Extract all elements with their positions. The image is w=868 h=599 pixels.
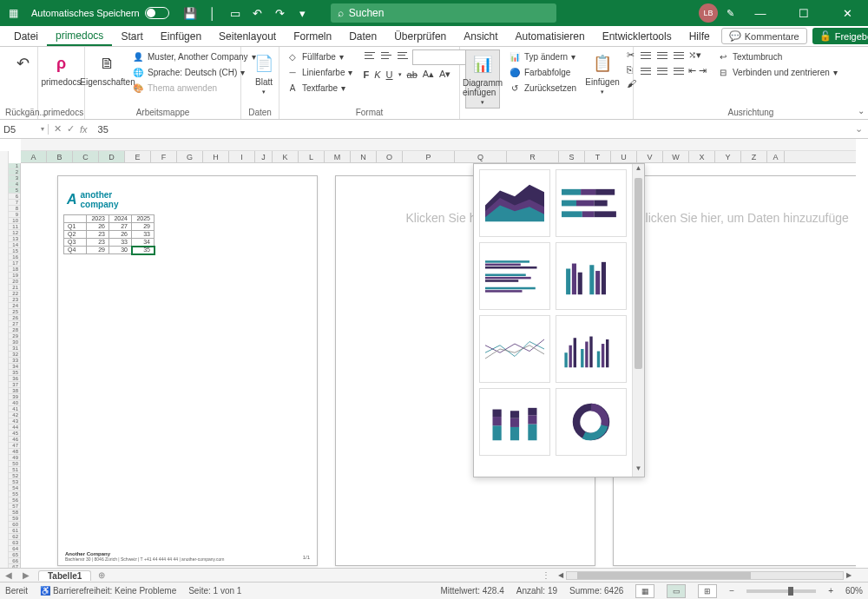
- col-S[interactable]: S: [559, 151, 585, 162]
- row-20[interactable]: 20: [9, 279, 20, 285]
- row-6[interactable]: 6: [9, 194, 20, 200]
- close-button[interactable]: ✕: [830, 0, 865, 26]
- row-58[interactable]: 58: [9, 510, 20, 516]
- tab-start[interactable]: Start: [112, 26, 151, 46]
- chart-option-column[interactable]: [556, 315, 627, 383]
- row-35[interactable]: 35: [9, 370, 20, 376]
- hscroll-thumb[interactable]: [577, 572, 751, 579]
- row-38[interactable]: 38: [9, 388, 20, 394]
- font-grow-button[interactable]: A▴: [423, 69, 434, 80]
- chart-option-stacked-column[interactable]: [479, 388, 550, 456]
- row-10[interactable]: 10: [9, 218, 20, 224]
- th-2023[interactable]: 2023: [87, 215, 109, 223]
- cell[interactable]: 23: [87, 239, 109, 247]
- chart-option-area[interactable]: [479, 169, 550, 237]
- add-sheet-button[interactable]: ⊕: [91, 570, 112, 580]
- row-24[interactable]: 24: [9, 303, 20, 309]
- col-N[interactable]: N: [351, 151, 377, 162]
- row-11[interactable]: 11: [9, 224, 20, 230]
- col-D[interactable]: D: [99, 151, 125, 162]
- chart-type-button[interactable]: 📊Typ ändern ▾: [507, 49, 578, 63]
- col-W[interactable]: W: [663, 151, 689, 162]
- font-shrink-button[interactable]: A▾: [439, 69, 450, 80]
- th-2025[interactable]: 2025: [132, 215, 155, 223]
- undo-icon[interactable]: ↶: [247, 3, 268, 23]
- zoom-level[interactable]: 60%: [845, 586, 863, 596]
- th-blank[interactable]: [64, 215, 87, 223]
- scroll-up-icon[interactable]: ▲: [633, 164, 644, 176]
- align-top-button[interactable]: [363, 49, 377, 62]
- row-50[interactable]: 50: [9, 461, 20, 467]
- align-bottom-button[interactable]: [396, 49, 410, 62]
- chart-colors-button[interactable]: 🔵Farbabfolge: [507, 65, 578, 79]
- strike-button[interactable]: ab: [407, 69, 418, 80]
- col-O[interactable]: O: [377, 151, 403, 162]
- hscroll-left[interactable]: ◀: [556, 571, 566, 579]
- chart-option-hbar-stacked[interactable]: [556, 169, 627, 237]
- share-button[interactable]: 🔓 Freigeben ▾: [812, 28, 868, 44]
- th-2024[interactable]: 2024: [109, 215, 132, 223]
- view-pagebreak-button[interactable]: ⊞: [698, 584, 717, 598]
- cell[interactable]: 30: [109, 247, 132, 254]
- cell[interactable]: Q2: [64, 231, 87, 239]
- col-R[interactable]: R: [507, 151, 559, 162]
- row-41[interactable]: 41: [9, 406, 20, 412]
- row-37[interactable]: 37: [9, 382, 20, 388]
- col-H[interactable]: H: [203, 151, 229, 162]
- row-3[interactable]: 3: [9, 175, 20, 181]
- scroll-down-icon[interactable]: ▼: [633, 464, 644, 477]
- row-31[interactable]: 31: [9, 346, 20, 352]
- col-K[interactable]: K: [273, 151, 299, 162]
- row-28[interactable]: 28: [9, 327, 20, 333]
- row-56[interactable]: 56: [9, 497, 20, 504]
- col-P[interactable]: P: [403, 151, 455, 162]
- cell[interactable]: Q4: [64, 247, 87, 254]
- valign-top[interactable]: [639, 49, 653, 62]
- col-T[interactable]: T: [585, 151, 611, 162]
- row-26[interactable]: 26: [9, 315, 20, 321]
- sheet-nav-next[interactable]: ▶: [17, 570, 35, 580]
- row-39[interactable]: 39: [9, 394, 20, 400]
- row-49[interactable]: 49: [9, 455, 20, 461]
- row-55[interactable]: 55: [9, 491, 20, 497]
- cell[interactable]: Q3: [64, 239, 87, 247]
- hscroll-right[interactable]: ▶: [844, 571, 854, 579]
- italic-button[interactable]: K: [374, 69, 380, 80]
- row-61[interactable]: 61: [9, 528, 20, 534]
- sheet-nav-prev[interactable]: ◀: [0, 570, 17, 580]
- row-33[interactable]: 33: [9, 358, 20, 364]
- chart-option-line[interactable]: [479, 315, 550, 383]
- search-box[interactable]: ⌕ Suchen: [331, 3, 556, 23]
- row-25[interactable]: 25: [9, 309, 20, 315]
- language-dropdown[interactable]: 🌐Sprache: Deutsch (CH) ▾: [130, 65, 258, 79]
- comments-button[interactable]: 💬 Kommentare: [721, 28, 807, 44]
- chart-reset-button[interactable]: ↺Zurücksetzen: [507, 81, 578, 95]
- view-pagelayout-button[interactable]: ▭: [667, 584, 686, 598]
- cell[interactable]: 33: [109, 239, 132, 247]
- cell[interactable]: 33: [132, 231, 155, 239]
- row-7[interactable]: 7: [9, 200, 20, 206]
- tab-datei[interactable]: Datei: [5, 26, 47, 46]
- template-dropdown[interactable]: 👤Muster, Another Company ▾: [130, 49, 258, 63]
- tab-daten[interactable]: Daten: [340, 26, 385, 46]
- sheet-button[interactable]: 📄Blatt▾: [247, 49, 281, 97]
- row-57[interactable]: 57: [9, 504, 20, 510]
- row-12[interactable]: 12: [9, 230, 20, 236]
- row-54[interactable]: 54: [9, 485, 20, 491]
- row-43[interactable]: 43: [9, 418, 20, 425]
- pen-icon[interactable]: ✎: [727, 8, 734, 19]
- zoom-in-button[interactable]: +: [828, 586, 833, 596]
- valign-bot[interactable]: [672, 49, 686, 62]
- fill-color-button[interactable]: ◇Füllfarbe ▾: [285, 49, 354, 63]
- chart-option-donut[interactable]: [556, 388, 627, 456]
- row-18[interactable]: 18: [9, 267, 20, 273]
- add-data-placeholder[interactable]: Klicken Sie hier, um Daten hinzuzufüge: [614, 176, 856, 225]
- row-66[interactable]: 66: [9, 558, 20, 564]
- cell[interactable]: Q1: [64, 223, 87, 231]
- col-C[interactable]: C: [73, 151, 99, 162]
- row-21[interactable]: 21: [9, 285, 20, 291]
- zoom-out-button[interactable]: −: [729, 586, 734, 596]
- status-accessibility[interactable]: ♿ Barrierefreiheit: Keine Probleme: [40, 586, 176, 596]
- tab-entwicklertools[interactable]: Entwicklertools: [594, 26, 681, 46]
- col-B[interactable]: B: [47, 151, 73, 162]
